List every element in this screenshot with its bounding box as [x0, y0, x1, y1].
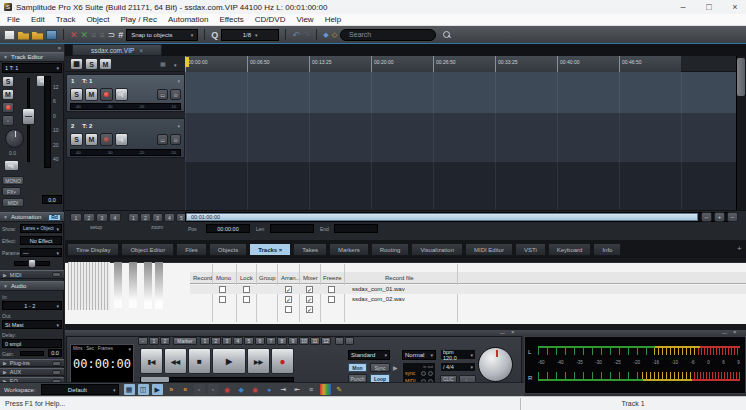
range-button[interactable]: ⌐ [138, 337, 148, 345]
setup-preset-button[interactable]: 2 [83, 213, 95, 222]
marker-number-button[interactable]: 11 [310, 337, 320, 345]
workspace-tool-icon[interactable]: ◫ [138, 384, 149, 395]
col-arrange[interactable]: Arran... [281, 275, 301, 281]
midi-button[interactable]: MIDI [2, 198, 24, 207]
audio-in-select[interactable]: 1 - 2 ▾ [2, 301, 62, 310]
mute-button[interactable]: M [2, 89, 14, 100]
audio-out-select[interactable]: St Mast ▾ [2, 320, 62, 329]
marker-extra-button[interactable]: · [335, 337, 344, 345]
hzoom-in-button[interactable]: + [714, 212, 725, 222]
menu-item[interactable]: CD/DVD [255, 15, 286, 24]
track-1-header[interactable]: 1 T: 1 ▾ S M ▭ ⊙ -40-30-20-10 [66, 74, 185, 112]
chevron-down-icon[interactable]: ▾ [174, 62, 177, 68]
play-button[interactable]: ▶ [212, 348, 246, 374]
grid-icon[interactable]: # [118, 30, 123, 40]
menu-item[interactable]: Track [56, 15, 76, 24]
forward-button[interactable]: ▶▶ [247, 348, 270, 374]
menu-item[interactable]: Help [325, 15, 341, 24]
object-mode-icon[interactable]: ◆ [323, 30, 328, 40]
marker-number-button[interactable]: 7 [266, 337, 276, 345]
track-mute-button[interactable]: M [85, 88, 98, 101]
workspace-tool-icon[interactable]: ● [264, 384, 275, 395]
close-button[interactable]: × [724, 1, 746, 14]
import-folder-icon[interactable] [32, 30, 43, 40]
docker-tab[interactable]: Info [593, 243, 621, 256]
marker-button[interactable]: Marker [173, 337, 197, 345]
track-name[interactable]: T: 2 [82, 123, 92, 129]
parameter-select[interactable]: — ▾ [20, 248, 62, 257]
open-folder-icon[interactable] [18, 30, 29, 40]
marker-number-button[interactable]: 4 [233, 337, 243, 345]
skip-start-button[interactable]: ▮◀ [140, 348, 163, 374]
zoom-preset-button[interactable]: 1 [128, 213, 139, 222]
record-file-name[interactable]: ssdax_com_02.wav [352, 296, 405, 302]
workspace-tool-icon[interactable]: ▦ [124, 384, 135, 395]
record-file-name[interactable]: ssdax_com_01.wav [352, 286, 405, 292]
pan-knob[interactable] [5, 129, 24, 148]
ruler-tick-label[interactable]: 00:26:50 [433, 56, 495, 72]
ruler-tick-label[interactable]: 00:46:50 [619, 56, 681, 72]
playhead-marker[interactable] [185, 57, 189, 67]
workspace-tool-icon[interactable]: ⇤ [292, 384, 303, 395]
workspace-tool-icon[interactable]: ◆ [236, 384, 247, 395]
menu-item[interactable]: Play / Rec [121, 15, 157, 24]
project-tab[interactable]: ssdax.com.VIP × [72, 44, 162, 56]
chevron-down-icon[interactable]: ▾ [177, 123, 180, 129]
fx-button[interactable]: FX▾ [2, 187, 21, 196]
workspace-tool-icon[interactable]: ◉ [250, 384, 261, 395]
record-button[interactable]: ● [271, 348, 294, 374]
output-speaker-button[interactable] [4, 160, 19, 171]
time-display-mode[interactable]: Mins : Sec : Frames [73, 346, 113, 352]
audio-section-header[interactable]: ▼ Audio [0, 281, 64, 291]
track-editor-header[interactable]: ▼ Track Editor [0, 52, 64, 62]
layer-icon[interactable]: ▦ [160, 60, 166, 67]
ruler-tick-label[interactable]: 00:06:50 [247, 56, 309, 72]
bpm-select[interactable]: bpm 120.0 ▾ [440, 349, 476, 360]
effect-value-box[interactable]: No Effect [20, 236, 62, 245]
expand-arrow-icon[interactable]: ▶ [393, 364, 398, 371]
hscroll-thumb[interactable]: 00:01:00:00 [186, 213, 698, 221]
automation-slider-thumb[interactable] [28, 259, 36, 268]
menu-item[interactable]: Edit [31, 15, 45, 24]
track-settings-button[interactable]: ⊙ [170, 89, 181, 100]
marker-number-button[interactable]: 3 [222, 337, 232, 345]
save-icon[interactable] [46, 30, 57, 40]
record-arm-button[interactable] [2, 102, 14, 113]
workspace-tool-icon[interactable]: ▅ [320, 384, 331, 395]
workspace-tool-icon[interactable]: ◉ [222, 384, 233, 395]
workspace-tool-icon[interactable]: « [180, 384, 191, 395]
docker-tab[interactable]: Object Editor [121, 243, 174, 256]
track-freeze-button[interactable]: ▭ [157, 89, 168, 100]
marker-number-button[interactable]: 1 [200, 337, 210, 345]
track-monitor-button[interactable] [115, 133, 128, 146]
arrange-checkbox[interactable]: ✓ [285, 296, 292, 303]
marker-number-button[interactable]: 8 [277, 337, 287, 345]
arrange-checkbox[interactable] [285, 306, 292, 313]
marker-number-button[interactable]: 12 [321, 337, 331, 345]
freeze-checkbox[interactable] [328, 286, 335, 293]
minimize-button[interactable]: – [672, 1, 694, 14]
hzoom-out-button[interactable]: − [727, 212, 738, 222]
setup-preset-button[interactable]: 3 [96, 213, 108, 222]
ruler-tick-label[interactable]: 00:00:00 [185, 56, 247, 72]
sync-row-label[interactable]: sync [405, 370, 415, 376]
docker-tab[interactable]: Visualization [411, 243, 463, 256]
solo-button[interactable]: S [2, 76, 14, 87]
add-docker-tab-button[interactable]: + [737, 244, 742, 253]
play-mode-select[interactable]: Standard ▾ [348, 350, 390, 360]
automation-section-header[interactable]: ▼ Automation Rd [0, 212, 64, 222]
docker-tab[interactable]: Files [176, 243, 207, 256]
col-group[interactable]: Group [259, 275, 276, 281]
crossfade-green-icon[interactable]: ✕ [81, 30, 89, 40]
track-1-lane[interactable] [185, 72, 736, 113]
setup-preset-button[interactable]: 4 [109, 213, 121, 222]
automation-read-button[interactable]: Rd [48, 214, 61, 221]
workspace-tool-icon[interactable]: ⇥ [278, 384, 289, 395]
docker-tab[interactable]: Routing [371, 243, 410, 256]
delay-value-box[interactable]: 0 smpl [2, 339, 62, 348]
transport-close[interactable]: × [511, 329, 515, 335]
tempo-knob[interactable] [478, 347, 513, 382]
track-freeze-button[interactable]: ▭ [157, 134, 168, 145]
pos-value-box[interactable]: 00:00:00 [206, 224, 250, 233]
new-project-icon[interactable] [4, 30, 15, 40]
